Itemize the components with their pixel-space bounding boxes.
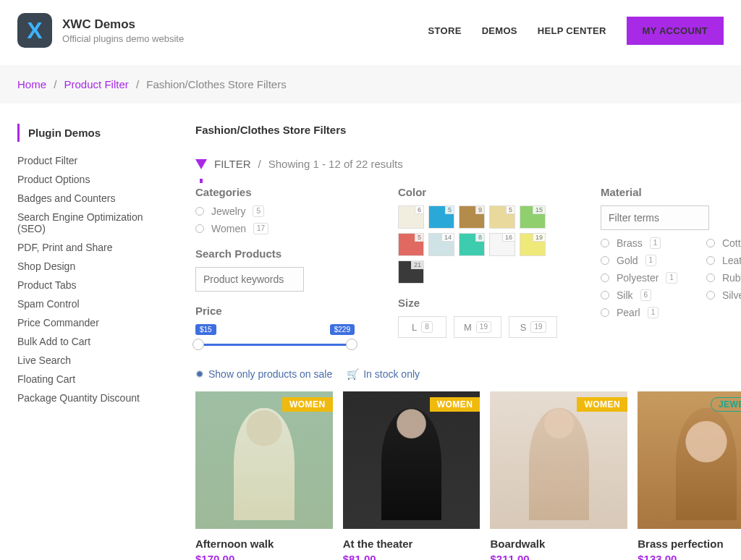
color-swatch[interactable]: 5 [428,205,454,229]
product-badge: JEWELRY [711,397,741,412]
product-image[interactable]: JEWELRY [638,391,741,529]
sidebar-item[interactable]: Floating Cart [17,373,169,385]
sidebar: Plugin Demos Product FilterProduct Optio… [17,124,169,560]
product-title: Brass perfection [638,538,741,550]
price-heading: Price [195,305,355,317]
crumb-product-filter[interactable]: Product Filter [64,78,129,90]
color-swatch[interactable]: 19 [520,233,546,256]
color-heading: Color [398,186,557,198]
crumb-current: Fashion/Clothes Store Filters [146,78,286,90]
product-price: $211.00 [490,553,627,560]
price-min: $15 [195,324,216,335]
sidebar-heading: Plugin Demos [17,124,169,142]
color-swatch[interactable]: 16 [489,233,515,256]
categories-heading: Categories [195,186,355,198]
product-badge: WOMEN [430,397,480,412]
account-button[interactable]: MY ACCOUNT [627,17,724,45]
material-option[interactable]: Pearl 1 [601,307,677,318]
material-option[interactable]: Leather 1 [706,255,741,266]
price-slider[interactable] [195,338,355,351]
site-subtitle: Official plugins demo website [62,33,184,44]
sidebar-item[interactable]: Package Quantity Discount [17,392,169,404]
color-swatch[interactable]: 5 [398,233,424,256]
sale-toggle[interactable]: ✹ Show only products on sale [195,368,332,380]
funnel-icon [195,159,207,169]
material-option[interactable]: Ruby 1 [706,272,741,284]
material-option[interactable]: Silver 1 [706,289,741,301]
material-heading: Material [601,186,741,198]
color-swatch[interactable]: 8 [459,233,485,256]
material-option[interactable]: Silk 6 [601,289,677,301]
crumb-home[interactable]: Home [17,78,46,90]
color-swatch[interactable]: 6 [398,205,424,229]
product-card[interactable]: WOMENBoardwalk$211.00ADD TO CART 🛒 [490,391,627,560]
slider-knob-max[interactable] [346,339,357,350]
nav-help[interactable]: HELP CENTER [538,25,606,36]
material-option[interactable]: Brass 1 [601,237,677,249]
product-image[interactable]: WOMEN [195,391,333,529]
top-nav: STORE DEMOS HELP CENTER MY ACCOUNT [428,17,724,45]
material-option[interactable]: Polyester 1 [601,272,677,284]
stock-toggle[interactable]: 🛒 In stock only [347,368,420,380]
category-option[interactable]: Women 17 [195,223,355,234]
sidebar-item[interactable]: Spam Control [17,298,169,310]
product-badge: WOMEN [577,397,627,412]
site-title: XWC Demos [62,17,184,32]
size-option[interactable]: L 8 [398,316,446,338]
breadcrumb: Home / Product Filter / Fashion/Clothes … [0,65,741,103]
page-title: Fashion/Clothes Store Filters [195,124,741,136]
product-image[interactable]: WOMEN [343,391,480,529]
material-filter-input[interactable] [601,205,709,230]
color-swatch[interactable]: 15 [520,205,546,229]
main-content: Fashion/Clothes Store Filters FILTER / S… [195,124,741,560]
material-option[interactable]: Gold 1 [601,255,677,266]
color-swatch[interactable]: 5 [489,205,515,229]
results-text: Showing 1 - 12 of 22 results [268,158,403,170]
product-title: Boardwalk [490,538,627,550]
product-grid: WOMENAfternoon walk$170.00ADD TO CART 🛒W… [195,391,741,560]
product-price: $81.00 [343,553,480,560]
product-card[interactable]: JEWELRYBrass perfection$133.00ADD TO CAR… [638,391,741,560]
slider-knob-min[interactable] [192,339,204,350]
sidebar-list: Product FilterProduct OptionsBadges and … [17,155,169,404]
size-heading: Size [398,297,557,309]
sidebar-item[interactable]: PDF, Print and Share [17,242,169,253]
price-max: $229 [330,324,355,335]
search-input[interactable] [195,267,304,292]
filter-options: ✹ Show only products on sale 🛒 In stock … [195,368,741,380]
sidebar-item[interactable]: Live Search [17,355,169,366]
logo-block[interactable]: X XWC Demos Official plugins demo websit… [17,13,184,48]
sidebar-item[interactable]: Bulk Add to Cart [17,336,169,347]
cart-icon: 🛒 [347,368,359,380]
material-option[interactable]: Cotton 6 [706,237,741,249]
search-heading: Search Products [195,247,355,260]
filter-label: FILTER [214,158,251,170]
size-option[interactable]: S 19 [509,316,557,338]
size-option[interactable]: M 19 [454,316,502,338]
product-badge: WOMEN [282,397,333,412]
product-card[interactable]: WOMENAfternoon walk$170.00ADD TO CART 🛒 [195,391,333,560]
product-card[interactable]: WOMENAt the theater$81.00ADD TO CART 🛒 [343,391,480,560]
product-title: Afternoon walk [195,538,333,550]
logo-icon: X [17,13,52,48]
color-swatch[interactable]: 21 [398,260,424,284]
sidebar-item[interactable]: Product Filter [17,155,169,166]
nav-store[interactable]: STORE [428,25,462,36]
category-option[interactable]: Jewelry 5 [195,205,355,217]
filter-summary: FILTER / Showing 1 - 12 of 22 results [195,158,741,170]
sidebar-item[interactable]: Price Commander [17,317,169,328]
sidebar-item[interactable]: Shop Design [17,260,169,272]
color-swatch[interactable]: 9 [459,205,485,229]
burst-icon: ✹ [195,368,204,380]
product-image[interactable]: WOMEN [490,391,627,529]
color-swatch[interactable]: 14 [428,233,454,256]
product-title: At the theater [343,538,480,550]
sidebar-item[interactable]: Search Engine Optimization (SEO) [17,211,169,234]
nav-demos[interactable]: DEMOS [482,25,517,36]
product-price: $133.00 [638,553,741,560]
header: X XWC Demos Official plugins demo websit… [0,0,741,65]
product-price: $170.00 [195,553,333,560]
sidebar-item[interactable]: Product Options [17,174,169,185]
sidebar-item[interactable]: Product Tabs [17,279,169,291]
sidebar-item[interactable]: Badges and Counters [17,192,169,204]
